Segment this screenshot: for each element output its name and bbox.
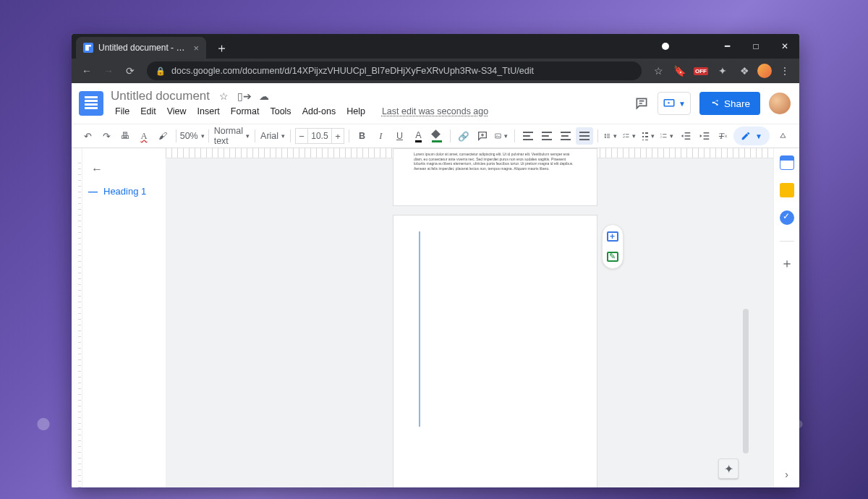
print-button[interactable]: 🖶 (116, 127, 134, 145)
outline-close-icon[interactable]: ← (88, 163, 160, 176)
menu-view[interactable]: View (163, 105, 191, 118)
vertical-ruler (72, 148, 82, 487)
outline-item-heading1[interactable]: — Heading 1 (88, 186, 160, 197)
paint-format-button[interactable]: 🖌 (154, 127, 171, 145)
comment-history-icon[interactable] (634, 96, 649, 111)
collapse-toolbar-button[interactable]: ㅿ (774, 130, 792, 142)
font-size-input[interactable]: 10.5 (308, 128, 331, 144)
docs-favicon-icon (83, 43, 93, 53)
extension-tag-icon[interactable]: 🔖 (671, 62, 688, 80)
svg-text:2: 2 (660, 136, 662, 139)
cloud-status-icon[interactable]: ☁ (258, 90, 271, 102)
bulleted-list-button[interactable] (639, 127, 657, 145)
menu-addons[interactable]: Add-ons (298, 105, 341, 118)
browser-tab[interactable]: Untitled document - Google Doc × (76, 37, 206, 59)
document-page-2[interactable] (393, 215, 597, 487)
text-color-button[interactable]: A (409, 127, 427, 145)
align-justify-button[interactable] (576, 127, 593, 145)
window-minimize-button[interactable]: ━ (712, 34, 741, 59)
account-avatar-icon[interactable] (769, 93, 791, 114)
extensions-puzzle-icon[interactable]: ✦ (714, 62, 731, 80)
recording-indicator-icon (662, 43, 669, 50)
spellcheck-button[interactable]: A (135, 127, 153, 145)
address-bar[interactable]: 🔒 docs.google.com/document/d/14XPijxzVHU… (147, 61, 642, 80)
align-left-button[interactable] (519, 127, 537, 145)
window-maximize-button[interactable]: □ (741, 34, 770, 59)
last-edit-status[interactable]: Last edit was seconds ago (378, 105, 493, 118)
zoom-select[interactable]: 50% (181, 127, 204, 145)
decrease-indent-button[interactable] (677, 127, 694, 145)
outline-marker-icon: — (88, 186, 98, 197)
menu-help[interactable]: Help (342, 105, 370, 118)
editing-mode-button[interactable]: ▼ (733, 127, 770, 145)
page1-body-text: Lorem ipsum dolor sit amet, consectetur … (414, 152, 576, 171)
checklist-button[interactable] (621, 127, 638, 145)
bold-button[interactable]: B (353, 127, 370, 145)
nav-back-button[interactable]: ← (77, 61, 96, 80)
editor-canvas[interactable]: Lorem ipsum dolor sit amet, consectetur … (166, 148, 773, 487)
svg-rect-1 (495, 134, 501, 138)
profile-avatar-icon[interactable] (757, 64, 772, 78)
clear-formatting-button[interactable]: T× (715, 127, 732, 145)
menu-bar: File Edit View Insert Format Tools Add-o… (111, 105, 493, 118)
menu-file[interactable]: File (111, 105, 134, 118)
align-right-button[interactable] (557, 127, 574, 145)
font-size-increase-button[interactable]: + (331, 128, 344, 144)
tasks-icon[interactable] (780, 210, 794, 225)
menu-insert[interactable]: Insert (193, 105, 224, 118)
move-icon[interactable]: ▯➔ (237, 90, 250, 102)
vertical-scrollbar[interactable] (743, 309, 749, 453)
extension-misc-icon[interactable]: ❖ (736, 62, 753, 80)
share-label: Share (724, 98, 750, 109)
insert-link-button[interactable]: 🔗 (455, 127, 472, 145)
browser-menu-icon[interactable]: ⋮ (776, 62, 793, 80)
font-family-select[interactable]: Arial (260, 127, 286, 145)
tab-close-icon[interactable]: × (193, 43, 199, 54)
outline-item-label: Heading 1 (103, 186, 146, 197)
redo-button[interactable]: ↷ (98, 127, 115, 145)
underline-button[interactable]: U (391, 127, 408, 145)
explore-button[interactable]: ✦ (718, 459, 739, 479)
calendar-icon[interactable] (780, 155, 794, 170)
document-title[interactable]: Untitled document (111, 89, 210, 103)
font-size-decrease-button[interactable]: − (295, 128, 308, 144)
add-comment-icon[interactable] (605, 229, 620, 244)
suggest-edits-icon[interactable] (605, 250, 620, 264)
nav-reload-button[interactable]: ⟳ (121, 61, 140, 80)
bookmark-star-icon[interactable]: ☆ (649, 61, 668, 80)
get-addons-icon[interactable]: ＋ (780, 255, 793, 272)
keep-icon[interactable] (780, 183, 794, 197)
share-button[interactable]: Share (699, 92, 760, 115)
workspace: ← — Heading 1 Lorem ipsum dolor sit amet… (72, 148, 799, 487)
insert-comment-button[interactable] (474, 127, 491, 145)
browser-tabstrip: Untitled document - Google Doc × ＋ ━ □ ✕ (72, 34, 799, 59)
paragraph-style-select[interactable]: Normal text (213, 127, 250, 145)
tab-title: Untitled document - Google Doc (98, 43, 188, 53)
document-page-1[interactable]: Lorem ipsum dolor sit amet, consectetur … (393, 148, 597, 206)
increase-indent-button[interactable] (696, 127, 713, 145)
star-icon[interactable]: ☆ (217, 90, 230, 102)
side-panel-separator (780, 241, 794, 242)
present-button[interactable]: ▼ (658, 92, 691, 115)
menu-tools[interactable]: Tools (265, 105, 295, 118)
highlight-color-button[interactable] (428, 127, 446, 145)
side-panel: ＋ › (773, 148, 799, 487)
docs-logo-icon[interactable] (79, 91, 103, 116)
margin-tools (602, 224, 624, 269)
undo-button[interactable]: ↶ (79, 127, 96, 145)
menu-edit[interactable]: Edit (136, 105, 161, 118)
new-tab-button[interactable]: ＋ (212, 38, 231, 57)
numbered-list-button[interactable]: 12 (658, 127, 676, 145)
extension-off-icon[interactable]: OFF (692, 62, 710, 80)
url-text: docs.google.com/document/d/14XPijxzVHUUC… (171, 66, 534, 76)
insert-image-button[interactable] (493, 127, 510, 145)
document-outline: ← — Heading 1 (82, 148, 166, 487)
nav-forward-button[interactable]: → (99, 61, 118, 80)
window-close-button[interactable]: ✕ (770, 34, 799, 59)
italic-button[interactable]: I (372, 127, 389, 145)
menu-format[interactable]: Format (226, 105, 264, 118)
line-spacing-button[interactable] (602, 127, 619, 145)
align-center-button[interactable] (538, 127, 556, 145)
google-docs-app: Untitled document ☆ ▯➔ ☁ File Edit View … (72, 83, 799, 487)
hide-sidepanel-icon[interactable]: › (785, 469, 788, 480)
